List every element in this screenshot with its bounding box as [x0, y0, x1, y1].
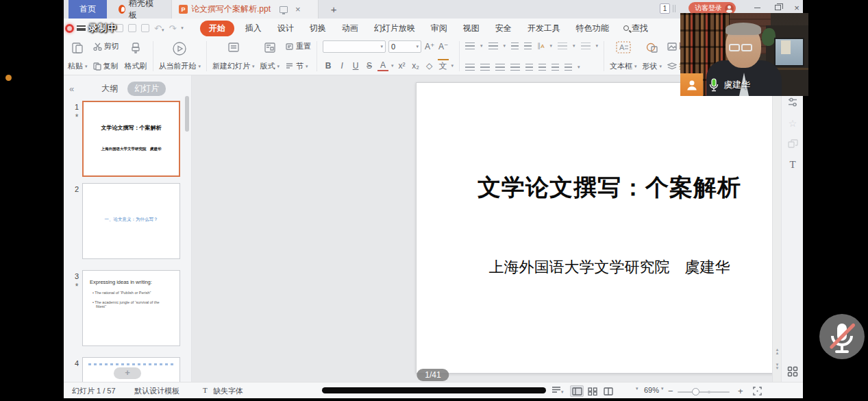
- menu-slideshow[interactable]: 幻灯片放映: [369, 21, 420, 36]
- save-icon[interactable]: [102, 24, 110, 32]
- subscript-button[interactable]: x₂: [410, 61, 421, 71]
- new-tab-button[interactable]: +: [325, 0, 342, 19]
- menu-devtools[interactable]: 开发工具: [523, 21, 565, 36]
- next-slide-arrows-icon[interactable]: ▼▼: [774, 363, 780, 370]
- tab-slides[interactable]: 幻灯片: [127, 82, 166, 96]
- active-mic-icon[interactable]: [708, 78, 719, 92]
- slide-thumbnail-3[interactable]: Expressing ideas in writing: • The ratio…: [82, 270, 180, 346]
- tab-document[interactable]: P 论文撰写个案解析.ppt ×: [171, 0, 319, 19]
- grow-font-button[interactable]: A⁺: [424, 42, 435, 51]
- line-spacing-icon[interactable]: [558, 42, 567, 49]
- zoom-level-label[interactable]: 69%: [644, 386, 659, 394]
- print-icon[interactable]: [128, 24, 136, 32]
- slide-canvas[interactable]: 文学论文撰写：个案解析 上海外国语大学文学研究院 虞建华: [416, 82, 803, 374]
- text-pane-icon[interactable]: T: [782, 159, 804, 171]
- decrease-spacing-icon[interactable]: [565, 64, 572, 71]
- workspace-scrollbar[interactable]: ▲▲ ▼▼: [772, 75, 781, 382]
- zoom-out-button[interactable]: −: [668, 386, 673, 396]
- align-center-icon[interactable]: [480, 64, 490, 71]
- tab-outline[interactable]: 大纲: [101, 83, 118, 95]
- slide-grid-icon[interactable]: [782, 366, 804, 380]
- underline-button[interactable]: U: [350, 61, 361, 71]
- menu-security[interactable]: 安全: [491, 21, 517, 36]
- italic-button[interactable]: I: [336, 61, 347, 71]
- video-call-window[interactable]: 虞建华: [680, 13, 808, 96]
- slide-sorter-view-button[interactable]: [586, 385, 599, 397]
- present-monitor-icon[interactable]: [280, 6, 288, 13]
- textbox-button[interactable]: A 文本框▾: [610, 41, 637, 71]
- play-from-current-button[interactable]: 从当前开始▾: [159, 41, 201, 71]
- indent-increase-icon[interactable]: [524, 42, 532, 49]
- shapes-button[interactable]: 形状▾: [643, 41, 662, 71]
- tab-close-icon[interactable]: ×: [295, 4, 301, 14]
- section-button[interactable]: 节▾: [285, 61, 311, 71]
- new-slide-button[interactable]: 新建幻灯片▾: [212, 41, 255, 71]
- distribute-icon[interactable]: [581, 42, 591, 49]
- justify-icon[interactable]: [510, 64, 520, 71]
- previous-slide-arrows-icon[interactable]: ▲▲: [774, 348, 780, 355]
- fit-to-window-icon[interactable]: [753, 387, 762, 397]
- font-size-combo[interactable]: 0▾: [388, 40, 421, 53]
- slide-thumbnail-2[interactable]: 一、论文意义：为什么写？: [82, 183, 180, 259]
- redo-icon[interactable]: ↷: [169, 23, 176, 34]
- zoom-slider-track[interactable]: [678, 391, 730, 393]
- missing-font-label[interactable]: 缺失字体: [213, 386, 243, 396]
- text-direction-icon[interactable]: ∥A: [537, 42, 544, 49]
- indent-decrease-icon[interactable]: [511, 42, 519, 49]
- effects-star-icon[interactable]: ☆: [782, 118, 804, 129]
- format-painter-button[interactable]: 格式刷: [125, 41, 147, 71]
- menu-transitions[interactable]: 切换: [305, 21, 331, 36]
- template-name[interactable]: 默认设计模板: [134, 386, 179, 396]
- font-color-button[interactable]: A: [377, 60, 388, 71]
- font-color-caret[interactable]: ▾: [391, 63, 394, 69]
- menu-review[interactable]: 审阅: [426, 21, 452, 36]
- align-left-icon[interactable]: [465, 64, 475, 71]
- notes-icon[interactable]: ▾: [551, 386, 564, 395]
- menu-view[interactable]: 视图: [458, 21, 484, 36]
- shrink-font-button[interactable]: A⁻: [438, 42, 449, 51]
- menu-design[interactable]: 设计: [273, 21, 299, 36]
- increase-spacing-icon[interactable]: [551, 64, 559, 71]
- menu-insert[interactable]: 插入: [240, 21, 266, 36]
- normal-view-button[interactable]: [570, 385, 584, 397]
- strikethrough-button[interactable]: S: [364, 61, 375, 71]
- reset-button[interactable]: 重置: [285, 41, 311, 51]
- microphone-muted-button[interactable]: [819, 313, 865, 360]
- align-right-icon[interactable]: [495, 64, 505, 71]
- distribute-horizontal-icon[interactable]: [525, 64, 533, 71]
- cut-button[interactable]: 剪切: [93, 41, 119, 51]
- participant-avatar[interactable]: [680, 73, 703, 96]
- menu-animations[interactable]: 动画: [337, 21, 363, 36]
- message-count-badge[interactable]: 1: [660, 3, 670, 14]
- layout-button[interactable]: 版式▾: [260, 41, 280, 71]
- tab-home[interactable]: 首页: [69, 0, 107, 19]
- customize-toolbar-icon[interactable]: ▾: [181, 25, 184, 31]
- selection-pane-icon[interactable]: [782, 138, 804, 151]
- slide-thumbnail-1[interactable]: 文学论文撰写：个案解析 上海外国语大学文学研究院 虞建华: [82, 101, 180, 177]
- paragraph-spacing-icon[interactable]: [538, 64, 546, 71]
- superscript-button[interactable]: x²: [397, 61, 408, 71]
- undo-icon[interactable]: ↶▾: [154, 23, 164, 34]
- bullets-icon[interactable]: [465, 42, 475, 49]
- zoom-in-button[interactable]: +: [738, 386, 743, 396]
- print-preview-icon[interactable]: [141, 24, 149, 32]
- zoom-slider-knob[interactable]: [692, 388, 699, 396]
- find-button[interactable]: 查找: [623, 23, 648, 34]
- copy-button[interactable]: 复制: [93, 61, 119, 71]
- menu-start[interactable]: 开始: [200, 21, 234, 36]
- clear-format-button[interactable]: ◇: [424, 61, 435, 71]
- object-properties-icon[interactable]: [782, 97, 804, 110]
- menu-special-features[interactable]: 特色功能: [571, 21, 614, 36]
- reading-view-button[interactable]: [602, 385, 615, 397]
- font-name-combo[interactable]: ▾: [323, 40, 386, 53]
- tab-docer-template[interactable]: 稻壳模板: [112, 0, 161, 19]
- char-tool-button[interactable]: 文: [438, 59, 449, 72]
- numbering-icon[interactable]: [488, 42, 498, 49]
- add-slide-button[interactable]: +: [114, 367, 141, 379]
- panel-scrollbar[interactable]: [185, 96, 189, 132]
- zoom-level-caret[interactable]: ▾: [661, 386, 664, 391]
- bold-button[interactable]: B: [323, 61, 334, 71]
- char-tool-caret[interactable]: ▾: [451, 63, 454, 69]
- output-icon[interactable]: [115, 24, 123, 32]
- collapse-panel-button[interactable]: «: [69, 84, 74, 94]
